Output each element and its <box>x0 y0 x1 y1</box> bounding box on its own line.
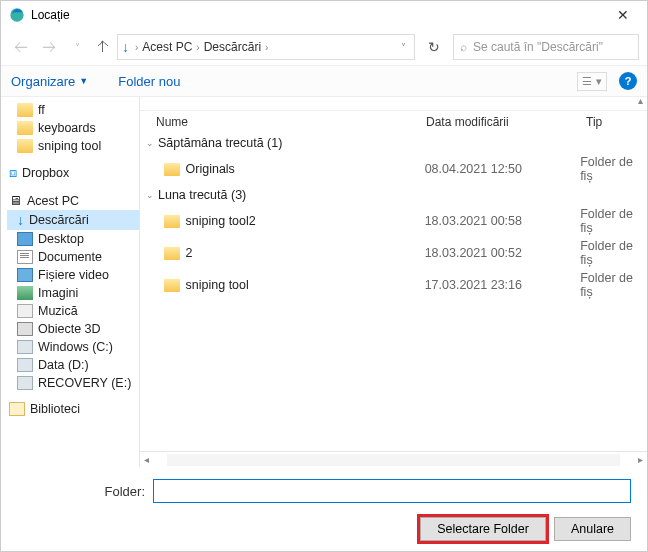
file-row[interactable]: sniping tool218.03.2021 00:58Folder de f… <box>140 205 647 237</box>
chevron-icon: › <box>265 42 268 53</box>
tree-item-data[interactable]: Data (D:) <box>7 356 139 374</box>
objects-icon <box>17 322 33 336</box>
back-icon[interactable]: 🡠 <box>9 39 33 55</box>
nav-tree[interactable]: ff keyboards sniping tool ⧈Dropbox 🖥Aces… <box>1 97 139 467</box>
chevron-down-icon: ▼ <box>79 76 88 86</box>
drive-icon <box>17 340 33 354</box>
tree-item-thispc[interactable]: 🖥Acest PC <box>7 191 139 210</box>
new-folder-button[interactable]: Folder nou <box>118 74 180 89</box>
folder-icon <box>164 163 180 176</box>
tree-item-desktop[interactable]: Desktop <box>7 230 139 248</box>
col-date[interactable]: Data modificării <box>426 115 586 129</box>
up-icon[interactable]: 🡡 <box>93 39 113 55</box>
tree-item-videos[interactable]: Fișiere video <box>7 266 139 284</box>
column-headers[interactable]: Nume Data modificării Tip <box>140 111 647 133</box>
desktop-icon <box>17 232 33 246</box>
tree-item-sniping[interactable]: sniping tool <box>7 137 139 155</box>
chevron-down-icon[interactable]: ˅ <box>397 42 410 53</box>
scroll-left-icon[interactable]: ◂ <box>140 454 153 465</box>
col-type[interactable]: Tip <box>586 115 641 129</box>
pictures-icon <box>17 286 33 300</box>
pc-icon: 🖥 <box>9 193 22 208</box>
folder-label: Folder: <box>17 484 145 499</box>
organize-button[interactable]: Organizare ▼ <box>11 74 88 89</box>
folder-icon <box>17 103 33 117</box>
tree-item-libraries[interactable]: Biblioteci <box>7 400 139 418</box>
chevron-down-icon: ▾ <box>596 75 602 88</box>
chevron-down-icon: ⌄ <box>146 190 154 200</box>
scroll-up[interactable] <box>140 97 647 111</box>
chevron-down-icon: ⌄ <box>146 138 154 148</box>
navbar: 🡠 🡢 ˅ 🡡 ↓ › Acest PC › Descărcări › ˅ ↻ … <box>1 29 647 65</box>
tree-item-dropbox[interactable]: ⧈Dropbox <box>7 163 139 183</box>
tree-item-ff[interactable]: ff <box>7 101 139 119</box>
toolbar: Organizare ▼ Folder nou ☰ ▾ ? <box>1 65 647 97</box>
edge-icon <box>9 7 25 23</box>
cancel-button[interactable]: Anulare <box>554 517 631 541</box>
select-folder-button[interactable]: Selectare Folder <box>420 517 546 541</box>
tree-item-documents[interactable]: Documente <box>7 248 139 266</box>
folder-icon <box>17 121 33 135</box>
window-title: Locație <box>31 8 607 22</box>
group-last-week[interactable]: ⌄Săptămâna trecută (1) <box>140 133 647 153</box>
file-row[interactable]: 218.03.2021 00:52Folder de fiș <box>140 237 647 269</box>
recent-icon[interactable]: ˅ <box>65 42 89 53</box>
file-row[interactable]: Originals08.04.2021 12:50Folder de fiș <box>140 153 647 185</box>
horizontal-scrollbar[interactable]: ◂ ▸ <box>140 451 647 467</box>
file-pane: Nume Data modificării Tip ⌄Săptămâna tre… <box>140 97 647 467</box>
folder-icon <box>164 247 180 260</box>
drive-icon <box>17 376 33 390</box>
drive-icon <box>17 358 33 372</box>
scroll-right-icon[interactable]: ▸ <box>634 454 647 465</box>
tree-item-windows[interactable]: Windows (C:) <box>7 338 139 356</box>
folder-icon <box>17 139 33 153</box>
tree-item-downloads[interactable]: ↓Descărcări <box>7 210 139 230</box>
search-icon: ⌕ <box>460 40 467 54</box>
folder-icon <box>164 215 180 228</box>
tree-item-objects[interactable]: Obiecte 3D <box>7 320 139 338</box>
list-icon: ☰ <box>582 75 592 88</box>
forward-icon[interactable]: 🡢 <box>37 39 61 55</box>
col-name[interactable]: Nume <box>156 115 426 129</box>
chevron-icon: › <box>135 42 138 53</box>
tree-item-recovery[interactable]: RECOVERY (E:) <box>7 374 139 392</box>
documents-icon <box>17 250 33 264</box>
breadcrumb-current[interactable]: Descărcări <box>204 40 261 54</box>
view-button[interactable]: ☰ ▾ <box>577 72 607 91</box>
tree-item-pictures[interactable]: Imagini <box>7 284 139 302</box>
folder-icon <box>164 279 180 292</box>
breadcrumb[interactable]: ↓ › Acest PC › Descărcări › ˅ <box>117 34 415 60</box>
breadcrumb-root[interactable]: Acest PC <box>142 40 192 54</box>
search-input[interactable]: ⌕ Se caută în "Descărcări" <box>453 34 639 60</box>
close-icon[interactable]: ✕ <box>607 1 639 29</box>
help-icon[interactable]: ? <box>619 72 637 90</box>
tree-item-keyboards[interactable]: keyboards <box>7 119 139 137</box>
dropbox-icon: ⧈ <box>9 165 17 181</box>
downloads-icon: ↓ <box>17 212 24 228</box>
downloads-icon: ↓ <box>122 39 129 55</box>
music-icon <box>17 304 33 318</box>
folder-input[interactable] <box>153 479 631 503</box>
group-last-month[interactable]: ⌄Luna trecută (3) <box>140 185 647 205</box>
chevron-icon: › <box>196 42 199 53</box>
libraries-icon <box>9 402 25 416</box>
refresh-icon[interactable]: ↻ <box>419 38 449 56</box>
bottom-panel: Folder: Selectare Folder Anulare <box>1 467 647 552</box>
tree-item-music[interactable]: Muzică <box>7 302 139 320</box>
search-placeholder: Se caută în "Descărcări" <box>473 40 603 54</box>
videos-icon <box>17 268 33 282</box>
scroll-track[interactable] <box>167 454 620 466</box>
titlebar: Locație ✕ <box>1 1 647 29</box>
file-row[interactable]: sniping tool17.03.2021 23:16Folder de fi… <box>140 269 647 301</box>
